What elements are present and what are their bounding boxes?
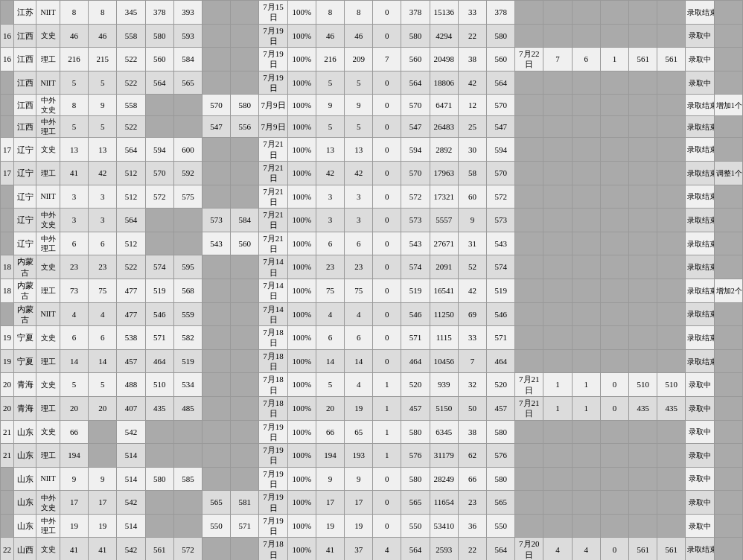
table-cell: 546 [145,302,173,326]
table-cell: 215 [89,48,117,71]
table-cell: 3 [316,185,344,209]
table-cell: 山西 [14,538,36,560]
table-cell [203,1,231,25]
table-row: 16江西理工2162155225605847月19日100%2162097560… [1,48,743,71]
table-cell [657,71,686,95]
table-cell: 录取结束 [686,349,714,373]
table-cell: 5 [345,71,373,95]
table-cell: 595 [173,255,202,279]
table-cell: 572 [487,185,515,209]
table-cell: 435 [145,396,173,420]
table-cell [515,302,543,326]
table-cell [714,514,742,538]
table-cell: 7月21日 [259,209,287,232]
table-cell [231,538,259,560]
table-cell [572,467,600,491]
table-cell: 23 [89,255,117,279]
table-cell [714,138,742,162]
table-cell [543,95,572,116]
table-cell: 6 [60,326,89,350]
table-cell [657,326,686,350]
table-cell: 5 [89,71,117,95]
table-cell: 录取结束 [686,116,714,138]
table-cell [1,185,14,209]
table-cell [629,209,657,232]
table-cell: 42 [345,161,373,185]
table-cell [629,71,657,95]
table-cell: 41 [60,538,89,560]
table-cell: 8 [60,1,89,25]
table-cell [543,24,572,48]
table-cell: 194 [60,444,89,468]
table-cell: 38 [458,48,486,71]
table-cell: 5150 [430,396,458,420]
table-cell: 21 [1,420,14,444]
table-cell: 573 [203,209,231,232]
table-cell [145,444,173,468]
table-cell [572,209,600,232]
table-cell: 理工 [36,279,60,302]
table-cell [203,326,231,350]
table-cell: 576 [401,444,430,468]
table-cell: 辽宁 [14,209,36,232]
table-cell: 录取结束 [686,255,714,279]
table-cell: 100% [287,161,316,185]
table-cell: 546 [401,302,430,326]
table-cell: 5 [89,116,117,138]
table-cell: 20 [89,396,117,420]
table-cell: 理工 [36,161,60,185]
table-cell: 570 [487,95,515,116]
table-cell: 194 [316,444,344,468]
table-cell: 9 [60,467,89,491]
table-cell: 文史 [36,255,60,279]
table-cell [203,185,231,209]
table-cell: 435 [629,396,657,420]
table-cell [231,444,259,468]
table-cell: 录取结束 [686,538,714,560]
table-cell: 100% [287,24,316,48]
table-cell: 32 [458,373,486,397]
table-cell [572,255,600,279]
table-cell: 100% [287,326,316,350]
table-cell: 7月21日 [259,161,287,185]
table-cell: 6 [89,326,117,350]
table-cell [600,279,628,302]
table-cell: 江西 [14,116,36,138]
table-cell: 17 [1,161,14,185]
table-cell [145,209,173,232]
table-row: 18内蒙古理工73754775195687月14日100%75750519165… [1,279,743,302]
table-cell: 556 [231,116,259,138]
table-cell: 572 [401,185,430,209]
table-cell [543,138,572,162]
table-cell: 7月21日 [259,138,287,162]
table-cell: 0 [600,373,628,397]
table-cell [600,116,628,138]
table-cell: 547 [203,116,231,138]
table-cell: 1 [572,396,600,420]
table-cell [203,138,231,162]
table-cell: 19 [316,514,344,538]
table-cell: 1 [543,373,572,397]
table-cell: 42 [316,161,344,185]
table-cell: 11250 [430,302,458,326]
table-cell: 江苏 [14,1,36,25]
table-row: 江西NIIT555225645657月19日100%55056418806425… [1,71,743,95]
table-cell: 542 [117,420,145,444]
table-cell: 27671 [430,232,458,255]
table-cell [515,514,543,538]
table-cell: 文史 [36,420,60,444]
table-cell [203,349,231,373]
table-cell: NIIT [36,185,60,209]
table-cell: 565 [173,71,202,95]
table-cell: 65 [345,420,373,444]
table-cell [543,514,572,538]
table-cell [629,491,657,515]
table-cell: 17 [316,491,344,515]
table-cell: 录取中 [686,71,714,95]
table-cell: 内蒙古 [14,255,36,279]
table-cell: 16 [1,48,14,71]
table-cell: 6 [60,232,89,255]
table-cell [657,209,686,232]
table-cell: 464 [487,349,515,373]
table-cell [657,514,686,538]
